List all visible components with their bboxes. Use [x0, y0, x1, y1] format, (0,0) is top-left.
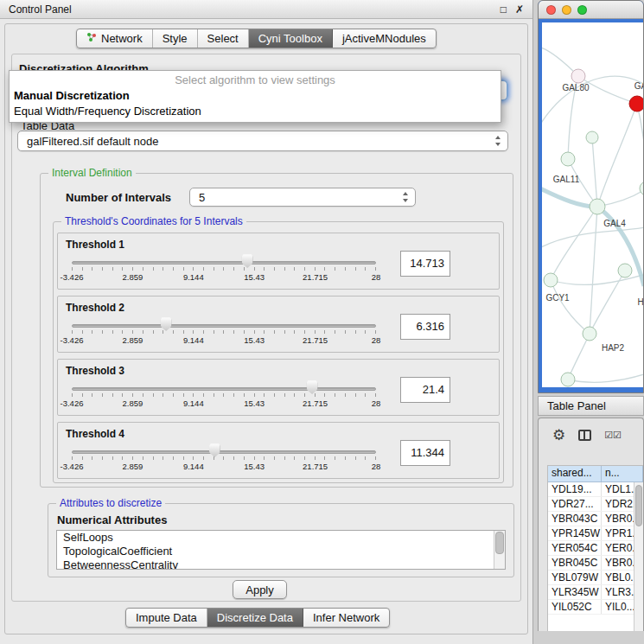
- table-cell[interactable]: YIL052C: [548, 600, 602, 614]
- slider-tick-marks: [72, 456, 376, 460]
- close-panel-icon[interactable]: ✗: [515, 3, 524, 16]
- table-row[interactable]: YBR043CYBR0...: [548, 512, 643, 526]
- application-window: Control Panel □ ✗ NetworkStyleSelectCyni…: [0, 0, 644, 644]
- network-node-gal4[interactable]: [590, 199, 605, 214]
- table-cell[interactable]: YBR043C: [548, 512, 602, 526]
- settings-gear-icon[interactable]: ⚙: [552, 428, 565, 443]
- tab-select[interactable]: Select: [198, 29, 249, 48]
- tab-cyni-toolbox[interactable]: Cyni Toolbox: [249, 29, 333, 48]
- table-data-combobox[interactable]: galFiltered.sif default node: [17, 131, 508, 151]
- table-row[interactable]: YBL079WYBL0...: [548, 571, 643, 585]
- slider-thumb[interactable]: [242, 254, 253, 268]
- tab-impute-data[interactable]: Impute Data: [126, 609, 207, 627]
- slider-track[interactable]: [72, 387, 376, 391]
- table-cell[interactable]: YDL19...: [548, 482, 602, 496]
- table-row[interactable]: YPR145WYPR1...: [548, 526, 643, 541]
- list-scrollbar[interactable]: [494, 531, 505, 569]
- threshold-4-value-field[interactable]: 11.344: [400, 440, 450, 466]
- select-rows-checkboxes-icon[interactable]: ☑☑: [604, 430, 622, 441]
- columns-icon[interactable]: [578, 430, 591, 441]
- network-node-gal11[interactable]: [561, 152, 575, 166]
- network-node[interactable]: [561, 373, 575, 386]
- slider-tick-marks: [72, 330, 376, 334]
- threshold-2-label: Threshold 2: [66, 302, 124, 314]
- scrollbar-thumb[interactable]: [495, 532, 504, 554]
- minimize-window-icon[interactable]: [562, 5, 571, 15]
- slider-track[interactable]: [72, 324, 376, 328]
- network-node-gal80[interactable]: [571, 69, 585, 83]
- dropdown-option-equal-width-frequency[interactable]: Equal Width/Frequency Discretization: [10, 104, 501, 119]
- threshold-3-label: Threshold 3: [66, 365, 124, 377]
- tab-discretize-data[interactable]: Discretize Data: [207, 609, 303, 627]
- threshold-4-label: Threshold 4: [66, 428, 124, 440]
- network-window-titlebar[interactable]: [539, 1, 643, 19]
- network-view-window: GAL80GAL11GAL4GCY1HAP2GAH: [538, 0, 644, 393]
- dropdown-option-manual-discretization[interactable]: Manual Discretization: [10, 88, 501, 104]
- slider-thumb[interactable]: [307, 380, 318, 394]
- network-node[interactable]: [618, 264, 632, 277]
- tab-network[interactable]: Network: [77, 29, 153, 48]
- tab-infer-network[interactable]: Infer Network: [303, 609, 389, 627]
- column-header-name[interactable]: n...: [602, 466, 643, 482]
- network-node[interactable]: [629, 96, 644, 112]
- threshold-1-slider[interactable]: -3.4262.8599.14415.4321.71528: [72, 252, 376, 287]
- dropdown-placeholder: Select algorithm to view settings: [10, 72, 501, 88]
- tab-style[interactable]: Style: [153, 29, 198, 48]
- threshold-4-panel: Threshold 4 -3.4262.8599.14415.4321.7152…: [57, 422, 500, 479]
- network-node[interactable]: [640, 182, 644, 195]
- table-toolbar: ⚙ ☑☑: [539, 418, 643, 451]
- threshold-4-slider[interactable]: -3.4262.8599.14415.4321.71528: [72, 442, 376, 476]
- slider-scale-label: -3.426: [61, 335, 84, 345]
- table-cell[interactable]: YDR27...: [548, 497, 602, 511]
- table-cell[interactable]: YBL079W: [548, 571, 602, 584]
- column-header-shared-name[interactable]: shared...: [548, 466, 602, 482]
- threshold-2-slider[interactable]: -3.4262.8599.14415.4321.71528: [72, 316, 376, 350]
- slider-scale-label: 9.144: [183, 462, 204, 471]
- table-row[interactable]: YDR27...YDR2...: [548, 497, 643, 512]
- threshold-1-value-field[interactable]: 14.713: [400, 251, 450, 277]
- threshold-3-slider[interactable]: -3.4262.8599.14415.4321.71528: [72, 379, 376, 413]
- slider-scale-labels: -3.4262.8599.14415.4321.71528: [72, 462, 376, 471]
- table-row[interactable]: YDL19...YDL1...: [548, 482, 643, 497]
- number-of-intervals-combobox[interactable]: 5: [189, 188, 416, 207]
- tab-jactivemnodules[interactable]: jActiveMNodules: [333, 29, 436, 48]
- threshold-2-value-field[interactable]: 6.316: [400, 314, 450, 340]
- network-node-gcy1[interactable]: [544, 273, 558, 287]
- table-row[interactable]: YIL052CYIL0...: [548, 600, 643, 615]
- control-panel: Control Panel □ ✗ NetworkStyleSelectCyni…: [0, 0, 533, 644]
- table-row[interactable]: YLR345WYLR3...: [548, 585, 643, 600]
- scrollbar-thumb[interactable]: [635, 485, 642, 526]
- node-label: GCY1: [545, 293, 570, 303]
- table-scrollbar[interactable]: [634, 482, 643, 631]
- attribute-list-item[interactable]: TopologicalCoefficient: [57, 545, 494, 558]
- threshold-3-value-field[interactable]: 21.4: [400, 377, 450, 403]
- slider-track[interactable]: [72, 261, 376, 265]
- table-cell[interactable]: YPR145W: [548, 526, 602, 540]
- apply-button[interactable]: Apply: [233, 580, 287, 599]
- slider-scale-label: 9.144: [183, 399, 204, 408]
- close-window-icon[interactable]: [546, 5, 556, 15]
- table-cell[interactable]: YLR345W: [548, 585, 602, 599]
- attribute-list-item[interactable]: SelfLoops: [57, 531, 494, 545]
- slider-thumb[interactable]: [161, 317, 172, 331]
- interval-definition-title: Interval Definition: [48, 167, 136, 179]
- float-window-icon[interactable]: □: [501, 3, 507, 16]
- network-canvas[interactable]: GAL80GAL11GAL4GCY1HAP2GAH: [542, 22, 644, 387]
- network-graph[interactable]: GAL80GAL11GAL4GCY1HAP2GAH: [542, 22, 644, 387]
- network-node-hap2[interactable]: [583, 327, 596, 341]
- slider-scale-label: 9.144: [183, 272, 204, 282]
- table-row[interactable]: YBR045CYBR0...: [548, 556, 643, 571]
- attribute-list-item[interactable]: BetweennessCentrality: [57, 558, 494, 569]
- zoom-window-icon[interactable]: [577, 5, 587, 15]
- slider-scale-label: 15.43: [244, 335, 265, 345]
- tab-label: jActiveMNodules: [342, 32, 426, 45]
- network-node[interactable]: [586, 131, 598, 143]
- slider-track[interactable]: [72, 450, 376, 454]
- slider-thumb[interactable]: [209, 443, 220, 457]
- tab-label: Discretize Data: [217, 611, 293, 624]
- table-body: YDL19...YDL1...YDR27...YDR2...YBR043CYBR…: [548, 482, 643, 615]
- table-row[interactable]: YER054CYER0...: [548, 541, 643, 556]
- table-cell[interactable]: YBR045C: [548, 556, 602, 570]
- table-cell[interactable]: YER054C: [548, 541, 602, 555]
- node-label-partial: GA: [634, 81, 644, 91]
